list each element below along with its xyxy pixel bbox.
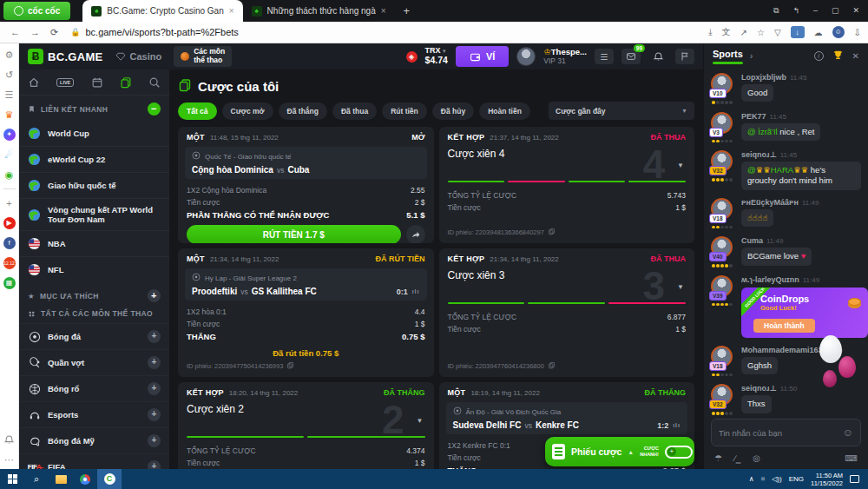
notification-bell-icon[interactable] [3, 434, 16, 446]
clock[interactable]: 11:50 AM11/15/2022 [811, 472, 843, 487]
tab-close-icon[interactable]: × [381, 6, 386, 16]
bet-card[interactable]: KẾT HỢP21:37, 14 thg 11, 2022ĐÃ THUACược… [439, 127, 695, 243]
nav-casino[interactable]: Casino [115, 51, 162, 62]
copy-icon[interactable] [548, 228, 556, 237]
file-explorer-icon[interactable] [49, 469, 73, 489]
home-icon[interactable] [28, 76, 40, 89]
chevron-right-icon[interactable]: › [750, 50, 753, 61]
close-chat-icon[interactable]: ✕ [852, 51, 859, 61]
info-icon[interactable]: i [814, 51, 824, 61]
live-icon[interactable]: LIVE [56, 78, 74, 87]
minimize-button[interactable]: – [813, 6, 818, 16]
settings-icon[interactable]: ⚙ [3, 49, 16, 61]
tray-expand-icon[interactable]: ∧ [749, 475, 754, 483]
coin-tip-icon[interactable]: ◎ [753, 453, 760, 463]
history-icon[interactable]: ↺ [3, 69, 16, 81]
browser-tab-active[interactable]: ♠ BC.Game: Crypto Casino Gan × [82, 0, 242, 22]
history-back-icon[interactable]: ↰ [792, 6, 799, 16]
expand-sport-button[interactable]: + [148, 382, 161, 395]
translate-icon[interactable]: 文 [722, 26, 731, 38]
chat-tab-sports[interactable]: Sports [713, 49, 743, 63]
sidebar-sport-fifa[interactable]: FIFA̶FIFA+ [19, 453, 169, 469]
quick-link-item[interactable]: Vòng chung kết ATP World Tour Đơn Nam [19, 198, 169, 230]
quick-link-item[interactable]: Giao hữu quốc tế [19, 172, 169, 198]
chrome-icon[interactable] [73, 469, 97, 489]
filter-pill[interactable]: Cược mở [222, 102, 273, 120]
search-icon[interactable] [148, 76, 161, 89]
sale-12-12-icon[interactable]: 12.12 [3, 257, 16, 269]
new-tab-button[interactable]: + [404, 4, 411, 17]
betslip-button[interactable]: Phiếu cược ▲ CƯỢCNHANH! + [545, 437, 694, 466]
bet-card[interactable]: KẾT HỢP21:34, 14 thg 11, 2022ĐÃ THUACược… [439, 248, 695, 377]
adblock-icon[interactable]: ▽ [774, 28, 781, 37]
emoji-icon[interactable]: ☺ [843, 426, 853, 439]
downloads-icon[interactable]: ⇩ [854, 28, 861, 37]
wallet-button[interactable]: VÍ [456, 46, 509, 67]
mention[interactable]: @ Ìzrã'īl [747, 127, 778, 136]
schedule-icon[interactable] [91, 76, 103, 89]
sidebar-sport-basketball[interactable]: Bóng rổ+ [19, 375, 169, 401]
user-info[interactable]: ♔Thespe... VIP 31 [543, 48, 587, 66]
balance-selector[interactable]: TRX ▾ $4.74 [425, 47, 448, 65]
quick-link-item[interactable]: eWorld Cup 22 [19, 146, 169, 172]
twitter-icon[interactable]: ☄ [3, 149, 16, 161]
my-bets-icon-active[interactable] [120, 76, 132, 89]
quick-link-item[interactable]: NBA [19, 230, 169, 256]
network-icon[interactable]: ⌗ [761, 475, 766, 484]
bcgame-logo[interactable]: Ƀ BC.GAME [28, 49, 103, 64]
trophy-icon[interactable] [832, 50, 844, 63]
mail-icon[interactable]: 99 [621, 49, 641, 64]
action-center-icon[interactable] [850, 475, 859, 483]
vip-crown-icon[interactable]: ♛ [3, 109, 16, 121]
bet-card[interactable]: MỘT11:48, 15 thg 11, 2022MỞQuốc Tế - Gia… [178, 127, 434, 243]
sidebar-sport-football[interactable]: Bóng đá Mỹ+ [19, 427, 169, 453]
close-window-button[interactable]: ✕ [852, 6, 859, 16]
forward-button[interactable]: → [30, 27, 40, 37]
expand-sport-button[interactable]: + [148, 408, 161, 421]
coccoc-taskbar-icon[interactable]: C [97, 469, 122, 489]
bet-card[interactable]: KẾT HỢP18:20, 14 thg 11, 2022ĐÃ THẮNGCượ… [178, 382, 434, 469]
reload-button[interactable]: ⟳ [50, 27, 58, 38]
expand-sport-button[interactable]: + [148, 434, 161, 447]
expand-combo-icon[interactable]: ▼ [677, 162, 684, 169]
quick-link-item[interactable]: World Cup [19, 121, 169, 146]
rain-icon[interactable]: ☂ [714, 453, 722, 463]
cashout-button[interactable]: RÚT TIỀN 1.7 $ [187, 225, 401, 243]
filter-pill[interactable]: Đã thua [332, 102, 377, 120]
download-active-icon[interactable]: ↓ [791, 26, 805, 38]
share-icon[interactable]: ↗ [740, 28, 747, 37]
extension-icon[interactable]: ☁ [814, 28, 823, 37]
gif-keyboard-icon[interactable]: ⌨ [845, 453, 858, 463]
url-bar[interactable]: 🔒 bc.game/vi/sports?bt-path=%2Fbets [70, 27, 239, 37]
mention[interactable]: @♛♛HARA♛♛ [747, 165, 808, 175]
coccoc-menu-button[interactable]: cốc cốc [3, 2, 70, 20]
tab-close-icon[interactable]: × [229, 6, 234, 16]
stats-icon[interactable]: ılı [412, 288, 420, 294]
youtube-icon[interactable]: ▶ [3, 217, 16, 229]
bet-list-icon[interactable]: ☰ [595, 49, 614, 64]
expand-sport-button[interactable]: + [148, 460, 161, 469]
bookmark-star-icon[interactable]: ☆ [757, 28, 765, 37]
facebook-icon[interactable]: f [3, 237, 16, 249]
share-bet-button[interactable] [406, 225, 425, 243]
coindrops-complete-button[interactable]: Hoàn thành [753, 319, 815, 333]
collapse-quick-links-button[interactable]: − [148, 102, 161, 116]
nav-sports-active[interactable]: Các mônthể thao [174, 46, 232, 67]
browser-tab-inactive[interactable]: ♠ Những thách thức hàng ngà × [243, 0, 395, 22]
expand-combo-icon[interactable]: ▼ [417, 417, 424, 425]
tab-search-icon[interactable]: ⧉ [773, 6, 779, 16]
language-indicator[interactable]: ENG [789, 475, 804, 483]
filter-pill[interactable]: Đã thắng [279, 102, 327, 120]
back-button[interactable]: ← [10, 27, 20, 37]
browser-profile-avatar[interactable]: ☺ [832, 26, 845, 38]
sidebar-sport-esports[interactable]: Esports+ [19, 401, 169, 427]
sort-dropdown[interactable]: Cược gần đây▼ [549, 102, 694, 120]
filter-pill[interactable]: Hoàn tiền [479, 102, 530, 120]
chat-flag-icon[interactable] [675, 49, 694, 64]
sidebar-sport-tennis[interactable]: Quần vợt+ [19, 349, 169, 375]
add-shortcut-icon[interactable]: + [3, 197, 16, 209]
more-icon[interactable]: ⋯ [3, 453, 16, 466]
shop-icon[interactable]: ▦ [3, 277, 16, 289]
reading-list-icon[interactable]: ☰ [3, 89, 16, 101]
games-icon[interactable]: ◉ [3, 169, 16, 181]
